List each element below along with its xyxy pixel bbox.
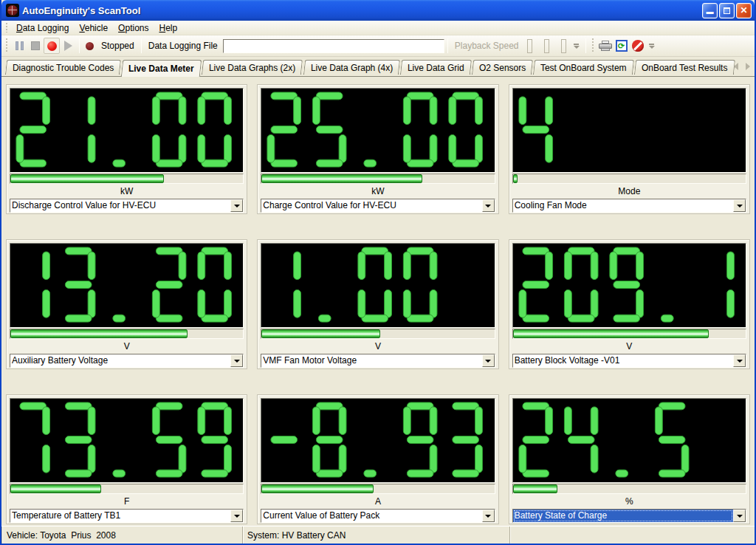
meter-unit-label: Mode — [512, 185, 746, 197]
meter-progress-track — [10, 329, 244, 339]
tab-label: Live Data Grid — [408, 63, 464, 73]
tab-live-data-graph-4x-[interactable]: Live Data Graph (4x) — [303, 60, 399, 75]
close-button[interactable]: ✕ — [736, 3, 752, 18]
tab-label: Test OnBoard System — [540, 63, 627, 73]
toolbar-separator — [79, 38, 80, 53]
tab-label: O2 Sensors — [479, 63, 526, 73]
parameter-combobox[interactable]: Discharge Control Value for HV-ECU — [10, 199, 244, 213]
meter-panel-6: VBattery Block Voltage -V01 — [509, 239, 750, 369]
combobox-dropdown-button[interactable] — [482, 354, 495, 367]
meter-progress-fill — [10, 484, 101, 493]
combobox-dropdown-button[interactable] — [482, 510, 495, 522]
meter-panel-9: %Battery State of Charge — [509, 394, 750, 524]
menu-item-help[interactable]: Help — [154, 21, 182, 35]
toolbar-grip-handle[interactable] — [591, 38, 595, 53]
combobox-dropdown-button[interactable] — [733, 199, 746, 212]
parameter-combobox-value: Auxiliary Battery Voltage — [10, 354, 230, 367]
print-button[interactable] — [597, 38, 614, 54]
record-button[interactable] — [44, 38, 60, 54]
tab-test-onboard-system[interactable]: Test OnBoard System — [533, 60, 634, 75]
tab-onboard-test-results[interactable]: OnBoard Test Results — [634, 60, 735, 75]
seven-segment-display — [512, 88, 746, 173]
tab-scroll-right-icon[interactable] — [746, 63, 750, 70]
toolbar-separator — [447, 38, 448, 53]
tab-scroll-left-icon[interactable] — [734, 63, 738, 70]
seven-segment-display — [10, 243, 244, 328]
stop-button[interactable] — [27, 38, 44, 54]
minimize-button[interactable]: ▬ — [702, 3, 718, 18]
toolbar-grip-handle[interactable] — [5, 38, 9, 53]
tab-o2-sensors[interactable]: O2 Sensors — [472, 60, 533, 75]
parameter-combobox[interactable]: Cooling Fan Mode — [512, 199, 746, 213]
toolbar-separator — [585, 38, 586, 53]
chevron-down-icon — [485, 205, 491, 208]
play-button[interactable] — [60, 38, 76, 54]
playback-speed-label: Playback Speed — [451, 41, 523, 51]
parameter-combobox[interactable]: Current Value of Battery Pack — [261, 509, 495, 523]
toolbar: Stopped Data Logging File Playback Speed… — [1, 35, 755, 57]
chevron-down-icon — [234, 360, 240, 363]
tab-label: Live Data Meter — [128, 64, 194, 74]
seven-segment-display — [261, 398, 495, 483]
playback-speed-slider[interactable] — [527, 39, 566, 53]
combobox-dropdown-button[interactable] — [733, 354, 746, 367]
disconnect-button[interactable] — [630, 38, 646, 54]
status-vehicle: Vehicle: Toyota Prius 2008 — [1, 527, 242, 544]
menu-grip-handle[interactable] — [5, 23, 9, 32]
live-data-meter-page: kWDischarge Control Value for HV-ECUkWCh… — [1, 77, 755, 526]
toolbar-overflow-icon[interactable] — [574, 44, 580, 49]
meter-panel-5: VVMF Fan Motor Voltage — [257, 239, 498, 369]
parameter-combobox[interactable]: Battery Block Voltage -V01 — [512, 354, 746, 368]
meter-grid: kWDischarge Control Value for HV-ECUkWCh… — [6, 84, 750, 524]
meter-progress-fill — [10, 329, 188, 338]
meter-progress-track — [261, 484, 495, 494]
menu-item-options[interactable]: Options — [113, 21, 154, 35]
status-extra — [509, 527, 755, 544]
chevron-down-icon — [485, 360, 491, 363]
seven-segment-display — [512, 243, 746, 328]
parameter-combobox-value: Current Value of Battery Pack — [261, 510, 481, 522]
combobox-dropdown-button[interactable] — [733, 510, 746, 522]
meter-unit-label: V — [10, 340, 244, 352]
tab-bar: Diagnostic Trouble CodesLive Data MeterL… — [1, 57, 755, 77]
meter-progress-track — [10, 174, 244, 184]
parameter-combobox[interactable]: VMF Fan Motor Voltage — [261, 354, 495, 368]
parameter-combobox[interactable]: Charge Control Value for HV-ECU — [261, 199, 495, 213]
meter-unit-label: V — [261, 340, 495, 352]
status-system: System: HV Battery CAN — [242, 527, 509, 544]
menu-item-data-logging[interactable]: Data Logging — [11, 21, 74, 35]
toolbar-overflow-icon[interactable] — [649, 44, 655, 49]
scantool-window: AutoEnginuity's ScanTool ▬ ✕ Data Loggin… — [0, 0, 756, 545]
meter-unit-label: kW — [10, 185, 244, 197]
combobox-dropdown-button[interactable] — [230, 354, 243, 367]
tab-live-data-graphs-2x-[interactable]: Live Data Graphs (2x) — [202, 60, 303, 75]
combobox-dropdown-button[interactable] — [230, 510, 243, 522]
tab-diagnostic-trouble-codes[interactable]: Diagnostic Trouble Codes — [5, 60, 122, 75]
data-logging-file-input[interactable] — [223, 39, 444, 53]
menu-item-vehicle[interactable]: Vehicle — [74, 21, 113, 35]
meter-progress-fill — [10, 174, 164, 183]
data-logging-file-label: Data Logging File — [145, 41, 221, 51]
parameter-combobox[interactable]: Battery State of Charge — [512, 509, 746, 523]
combobox-dropdown-button[interactable] — [482, 199, 495, 212]
tab-live-data-meter[interactable]: Live Data Meter — [121, 60, 202, 77]
pause-button[interactable] — [11, 38, 27, 54]
meter-panel-8: ACurrent Value of Battery Pack — [257, 394, 498, 524]
parameter-combobox[interactable]: Auxiliary Battery Voltage — [10, 354, 244, 368]
meter-progress-fill — [513, 329, 709, 338]
parameter-combobox-value: Charge Control Value for HV-ECU — [261, 199, 481, 212]
stop-icon — [31, 41, 40, 50]
meter-progress-track — [512, 174, 746, 184]
parameter-combobox-value: Battery Block Voltage -V01 — [513, 354, 733, 367]
tab-live-data-grid[interactable]: Live Data Grid — [400, 60, 472, 75]
toolbar-separator — [141, 38, 142, 53]
seven-segment-display — [10, 398, 244, 483]
restore-button[interactable] — [719, 3, 735, 18]
combobox-dropdown-button[interactable] — [230, 199, 243, 212]
meter-panel-3: ModeCooling Fan Mode — [509, 84, 750, 214]
meter-unit-label: % — [512, 495, 746, 507]
parameter-combobox-value: Battery State of Charge — [513, 510, 733, 522]
refresh-button[interactable]: ⟳ — [614, 38, 630, 54]
meter-unit-label: V — [512, 340, 746, 352]
parameter-combobox[interactable]: Temperature of Battery TB1 — [10, 509, 244, 523]
